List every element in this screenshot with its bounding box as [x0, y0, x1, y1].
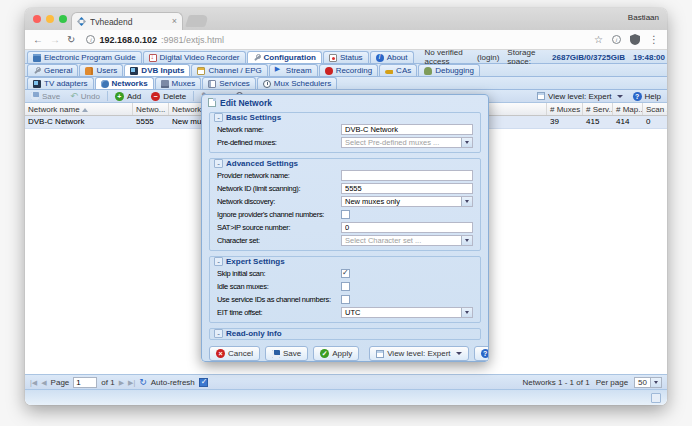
zoom-window-button[interactable]: [59, 15, 67, 23]
tab-mux-schedulers[interactable]: Mux Schedulers: [257, 77, 337, 89]
tab-users[interactable]: Users: [79, 64, 123, 76]
new-tab-button[interactable]: [185, 15, 209, 27]
apply-button[interactable]: ✓ Apply: [313, 346, 359, 361]
tab-recording[interactable]: Recording: [319, 64, 378, 76]
browser-profile-name[interactable]: Bastiaan: [628, 13, 659, 22]
ignore-channel-numbers-checkbox[interactable]: [341, 210, 350, 219]
character-set-select[interactable]: Select Character set ...: [341, 235, 473, 246]
tab-cas[interactable]: CAs: [379, 64, 417, 76]
tab-networks[interactable]: Networks: [95, 77, 154, 89]
tab-status[interactable]: Status: [323, 51, 369, 63]
tab-dvb-inputs[interactable]: DVB Inputs: [124, 64, 190, 76]
next-page-icon[interactable]: ▶: [119, 379, 124, 386]
tab-services[interactable]: Services: [202, 77, 256, 89]
login-link[interactable]: (login): [477, 53, 499, 62]
collapse-toggle-icon[interactable]: -: [214, 329, 223, 338]
column-header-scan[interactable]: Scan ...: [643, 103, 667, 115]
auto-refresh-checkbox[interactable]: [199, 378, 208, 387]
record-range-text: Networks 1 - 1 of 1: [522, 378, 589, 387]
view-level-icon: [376, 350, 384, 358]
column-header-mapped[interactable]: # Map...: [613, 103, 643, 115]
first-page-icon[interactable]: |◀: [30, 379, 37, 386]
reload-icon[interactable]: ↻: [67, 35, 75, 45]
url-field[interactable]: i 192.168.0.102 :9981/extjs.html: [82, 35, 587, 45]
tab-general[interactable]: General: [27, 64, 78, 76]
skip-initial-scan-checkbox[interactable]: [341, 269, 350, 278]
back-icon[interactable]: ←: [33, 35, 43, 45]
tab-digital-video-recorder[interactable]: Digital Video Recorder: [143, 51, 246, 63]
delete-button[interactable]: − Delete: [148, 90, 189, 102]
dialog-help-button[interactable]: ? Help: [474, 346, 489, 361]
add-button[interactable]: + Add: [112, 90, 144, 102]
status-bar-button[interactable]: [651, 393, 661, 403]
collapse-toggle-icon[interactable]: -: [214, 257, 223, 266]
section-title: Expert Settings: [226, 257, 285, 266]
desktop-background: Tvheadend × Bastiaan ← → ↻ i 192.168.0.1…: [0, 0, 692, 426]
refresh-icon[interactable]: ↻: [139, 378, 147, 387]
auto-refresh-label: Auto-refresh: [151, 378, 195, 387]
page-number-input[interactable]: [73, 377, 97, 388]
idle-scan-muxes-checkbox[interactable]: [341, 282, 350, 291]
tab-configuration[interactable]: Configuration: [247, 51, 322, 63]
dialog-title: Edit Network: [220, 98, 272, 108]
skip-initial-scan-label: Skip initial scan:: [217, 269, 341, 278]
add-icon: +: [115, 92, 124, 101]
storage-value: 2687GiB/0/3725GiB: [552, 53, 625, 62]
url-host: 192.168.0.102: [99, 35, 157, 45]
tab-debugging[interactable]: Debugging: [418, 64, 480, 76]
forward-icon[interactable]: →: [50, 35, 60, 45]
dialog-title-bar[interactable]: Edit Network: [202, 95, 488, 110]
collapse-toggle-icon[interactable]: -: [214, 159, 223, 168]
bookmark-star-icon[interactable]: ☆: [594, 35, 603, 45]
epg-icon: [33, 54, 41, 62]
save-button[interactable]: Save: [28, 90, 63, 102]
provider-network-name-input[interactable]: [341, 170, 473, 181]
minimize-window-button[interactable]: [46, 15, 54, 23]
cancel-button[interactable]: × Cancel: [209, 346, 260, 361]
network-discovery-select[interactable]: New muxes only: [341, 196, 473, 207]
prev-page-icon[interactable]: ◀: [41, 379, 46, 386]
view-level-button[interactable]: View level: Expert: [534, 90, 625, 102]
tab-electronic-program-guide[interactable]: Electronic Program Guide: [27, 51, 142, 63]
dialog-view-level-button[interactable]: View level: Expert: [369, 346, 468, 361]
network-id-input[interactable]: [341, 183, 473, 194]
dialog-save-button[interactable]: Save: [265, 346, 308, 361]
column-header-services[interactable]: # Serv...: [583, 103, 613, 115]
last-page-icon[interactable]: ▶|: [128, 379, 135, 386]
chevron-down-icon: [461, 138, 472, 147]
column-header-muxes[interactable]: # Muxes: [547, 103, 583, 115]
column-header-network-name[interactable]: Network name: [25, 103, 133, 115]
tab-muxes[interactable]: Muxes: [155, 77, 202, 89]
undo-button[interactable]: ↶ Undo: [67, 90, 103, 102]
column-header-network-id[interactable]: Netwo...: [133, 103, 169, 115]
tv-icon: [130, 67, 138, 75]
edit-network-dialog: Edit Network - Basic Settings Network na…: [201, 94, 489, 362]
tab-label: Mux Schedulers: [274, 79, 331, 88]
page-of-label: of 1: [101, 378, 114, 387]
collapse-toggle-icon[interactable]: -: [214, 113, 223, 122]
site-info-icon[interactable]: i: [86, 35, 95, 44]
extension-info-icon[interactable]: i: [612, 35, 621, 44]
eit-time-offset-select[interactable]: UTC: [341, 307, 473, 318]
toolbar-separator: [193, 91, 194, 101]
tab-about[interactable]: About: [370, 51, 414, 63]
delete-icon: −: [151, 92, 160, 101]
browser-menu-icon[interactable]: ⋮: [649, 35, 659, 45]
close-window-button[interactable]: [33, 15, 41, 23]
cell-scan-result: 0: [643, 116, 667, 128]
per-page-select[interactable]: 50: [634, 377, 662, 388]
tab-label: Configuration: [264, 53, 316, 62]
satip-source-input[interactable]: [341, 222, 473, 233]
tab-tv-adapters[interactable]: TV adapters: [27, 77, 94, 89]
browser-tab[interactable]: Tvheadend ×: [71, 12, 183, 30]
shield-extension-icon[interactable]: [630, 34, 640, 45]
main-tab-strip: Electronic Program Guide Digital Video R…: [25, 50, 667, 64]
help-button[interactable]: ? Help: [630, 90, 664, 102]
help-icon: ?: [633, 92, 642, 101]
service-ids-as-channel-numbers-checkbox[interactable]: [341, 295, 350, 304]
tab-channel-epg[interactable]: Channel / EPG: [191, 64, 267, 76]
tab-stream[interactable]: Stream: [269, 64, 318, 76]
tab-close-icon[interactable]: ×: [172, 17, 177, 26]
network-name-input[interactable]: [341, 124, 473, 135]
predefined-muxes-select[interactable]: Select Pre-defined muxes ...: [341, 137, 473, 148]
